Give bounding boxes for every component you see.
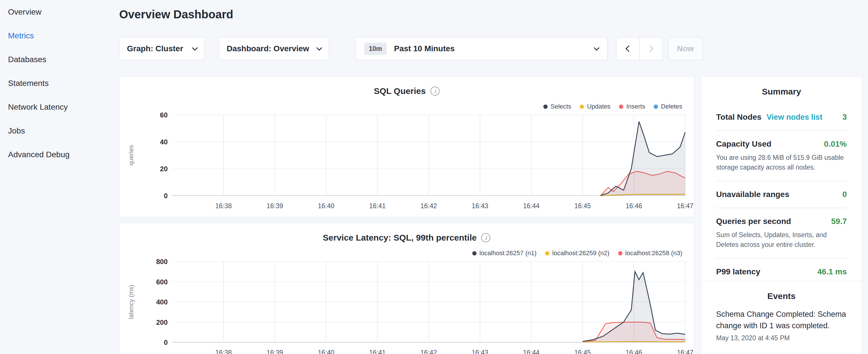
y-tick-label: 60 <box>160 111 168 119</box>
event-text: Schema Change Completed: Schema change w… <box>716 309 847 331</box>
x-tick-label: 16:40 <box>318 349 334 354</box>
p99-latency-label: P99 latency <box>716 267 760 277</box>
sidebar-item-databases[interactable]: Databases <box>0 47 119 71</box>
sql-queries-chart: 020406016:3816:3916:4016:4116:4216:4316:… <box>120 76 694 217</box>
service-latency-chart: 020040060080016:3816:3916:4016:4116:4216… <box>120 223 694 354</box>
sidebar-item-jobs[interactable]: Jobs <box>0 119 119 142</box>
x-tick-label: 16:45 <box>574 349 591 354</box>
x-tick-label: 16:38 <box>215 202 232 210</box>
x-tick-label: 16:42 <box>421 349 437 354</box>
y-axis-title: latency (ms) <box>127 285 135 319</box>
x-tick-label: 16:39 <box>267 202 283 210</box>
unavailable-ranges-value: 0 <box>842 190 847 199</box>
chevron-right-icon <box>647 45 653 52</box>
x-tick-label: 16:39 <box>267 349 283 354</box>
service-latency-chart-panel: Service Latency: SQL, 99th percentile lo… <box>119 223 694 354</box>
sidebar-item-metrics[interactable]: Metrics <box>0 24 119 47</box>
x-tick-label: 16:41 <box>369 349 386 354</box>
event-item: Schema Change Completed: Schema change w… <box>716 309 847 342</box>
x-tick-label: 16:40 <box>318 202 334 210</box>
queries-per-second-label: Queries per second <box>716 217 791 226</box>
y-tick-label: 400 <box>156 298 168 306</box>
time-range-dropdown[interactable]: 10m Past 10 Minutes <box>355 37 608 60</box>
chevron-down-icon <box>316 45 322 51</box>
graph-scope-label: Graph: Cluster <box>127 44 183 53</box>
time-step-controls <box>616 37 662 60</box>
chevron-down-icon <box>594 45 599 51</box>
x-tick-label: 16:46 <box>626 202 642 210</box>
time-step-forward-button[interactable] <box>639 37 662 60</box>
sidebar-item-network-latency[interactable]: Network Latency <box>0 95 119 119</box>
dashboard-dropdown[interactable]: Dashboard: Overview <box>219 37 329 60</box>
x-tick-label: 16:38 <box>215 349 232 354</box>
x-tick-label: 16:43 <box>472 349 488 354</box>
app-root: Overview Metrics Databases Statements Ne… <box>0 0 868 354</box>
capacity-used-label: Capacity Used <box>716 139 771 149</box>
x-tick-label: 16:41 <box>369 202 386 210</box>
time-range-label: Past 10 Minutes <box>394 44 455 53</box>
chevron-down-icon <box>192 45 198 51</box>
summary-row-capacity: Capacity Used 0.01% You are using 28.6 M… <box>716 130 847 181</box>
x-tick-label: 16:42 <box>421 202 437 210</box>
x-tick-label: 16:44 <box>523 202 539 210</box>
x-tick-label: 16:47 <box>677 202 693 210</box>
chevron-left-icon <box>626 45 632 52</box>
queries-per-second-value: 59.7 <box>831 217 847 226</box>
y-tick-label: 800 <box>156 258 168 265</box>
total-nodes-value: 3 <box>842 112 847 122</box>
event-timestamp: May 13, 2020 at 4:45 PM <box>716 334 847 342</box>
y-tick-label: 20 <box>160 165 168 173</box>
y-tick-label: 0 <box>164 339 168 346</box>
sidebar-item-overview[interactable]: Overview <box>0 0 119 24</box>
x-tick-label: 16:47 <box>677 349 693 354</box>
summary-row-unavailable-ranges: Unavailable ranges 0 <box>716 181 847 207</box>
sidebar-item-advanced-debug[interactable]: Advanced Debug <box>0 142 119 166</box>
capacity-used-value: 0.01% <box>824 139 847 149</box>
unavailable-ranges-label: Unavailable ranges <box>716 190 789 199</box>
summary-row-total-nodes: Total Nodes View nodes list 3 <box>716 104 847 130</box>
total-nodes-label: Total Nodes <box>716 112 762 122</box>
queries-per-second-description: Sum of Selects, Updates, Inserts, and De… <box>716 230 847 250</box>
page-title: Overview Dashboard <box>119 8 233 21</box>
sql-queries-chart-panel: SQL Queries SelectsUpdatesInsertsDeletes… <box>119 76 694 217</box>
y-tick-label: 0 <box>164 192 168 200</box>
capacity-used-description: You are using 28.6 MiB of 515.9 GiB usab… <box>716 153 847 172</box>
y-tick-label: 40 <box>160 138 168 146</box>
dashboard-label: Dashboard: Overview <box>227 44 309 53</box>
summary-panel: Summary Total Nodes View nodes list 3 Ca… <box>701 76 862 293</box>
time-step-back-button[interactable] <box>616 37 639 60</box>
p99-latency-value: 46.1 ms <box>817 267 847 277</box>
x-tick-label: 16:44 <box>523 349 539 354</box>
now-button[interactable]: Now <box>668 37 703 60</box>
events-panel: Events Schema Change Completed: Schema c… <box>701 281 862 354</box>
time-range-badge: 10m <box>364 43 386 55</box>
x-tick-label: 16:46 <box>626 349 642 354</box>
events-title: Events <box>716 281 847 309</box>
x-tick-label: 16:45 <box>574 202 591 210</box>
graph-scope-dropdown[interactable]: Graph: Cluster <box>119 37 205 60</box>
summary-row-qps: Queries per second 59.7 Sum of Selects, … <box>716 207 847 258</box>
summary-title: Summary <box>716 76 847 104</box>
sidebar: Overview Metrics Databases Statements Ne… <box>0 0 119 354</box>
x-tick-label: 16:43 <box>472 202 488 210</box>
view-nodes-list-link[interactable]: View nodes list <box>767 113 823 122</box>
y-tick-label: 600 <box>156 278 168 286</box>
sidebar-item-statements[interactable]: Statements <box>0 71 119 95</box>
y-tick-label: 200 <box>156 319 168 326</box>
y-axis-title: queries <box>127 145 135 165</box>
